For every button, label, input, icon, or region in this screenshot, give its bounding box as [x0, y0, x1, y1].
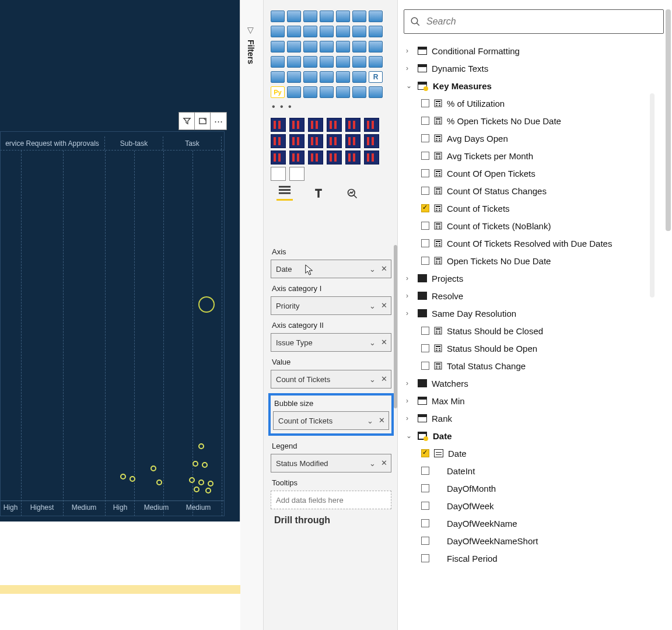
field-checkbox[interactable]: [421, 449, 429, 457]
field-node[interactable]: Count of Tickets: [404, 200, 664, 217]
field-node[interactable]: DayOfWeekNameShort: [404, 532, 664, 550]
chevron-icon[interactable]: ›: [406, 379, 413, 387]
custom-visual-icon[interactable]: [308, 134, 323, 148]
remove-field-icon[interactable]: ✕: [379, 416, 385, 425]
viz-type-icon[interactable]: [369, 26, 383, 37]
custom-visual-icon[interactable]: [345, 150, 360, 164]
chevron-down-icon[interactable]: ⌄: [369, 375, 376, 384]
report-canvas[interactable]: ⋯ ervice Request with Approvals Sub-task…: [0, 0, 240, 630]
viz-type-icon[interactable]: [271, 56, 285, 68]
chevron-down-icon[interactable]: ⌄: [369, 265, 376, 274]
viz-type-icon[interactable]: [303, 10, 317, 22]
field-checkbox[interactable]: [421, 362, 429, 370]
custom-visual-icon[interactable]: [308, 118, 323, 132]
field-checkbox[interactable]: [421, 467, 429, 475]
well-value-field[interactable]: Count of Tickets⌄✕: [271, 370, 391, 388]
viz-type-icon[interactable]: [320, 41, 334, 52]
viz-type-icon[interactable]: [271, 10, 285, 22]
custom-visual-icon[interactable]: [308, 150, 323, 164]
chart-selection-frame[interactable]: [0, 131, 225, 516]
viz-type-icon[interactable]: [303, 56, 317, 68]
scrollbar-thumb[interactable]: [666, 9, 671, 231]
viz-type-icon[interactable]: [352, 56, 366, 68]
viz-type-icon[interactable]: [336, 71, 350, 83]
field-checkbox[interactable]: [421, 554, 429, 562]
viz-type-icon[interactable]: [271, 41, 285, 52]
chevron-down-icon[interactable]: ⌄: [369, 338, 376, 347]
custom-visual-icon[interactable]: [289, 150, 304, 164]
viz-type-icon[interactable]: [352, 86, 366, 98]
field-node[interactable]: Status Should be Closed: [404, 322, 664, 340]
custom-visual-icon[interactable]: [364, 150, 379, 164]
table-node[interactable]: ›Dynamic Texts: [404, 60, 664, 77]
chevron-down-icon[interactable]: ⌄: [369, 459, 376, 468]
table-node[interactable]: ›Resolve: [404, 287, 664, 304]
viz-type-icon[interactable]: [336, 56, 350, 68]
field-node[interactable]: Date: [404, 444, 664, 462]
custom-visual-icon[interactable]: [327, 118, 342, 132]
visual-focus-icon[interactable]: [195, 113, 211, 130]
viz-type-icon[interactable]: [352, 71, 366, 83]
fields-tab-icon[interactable]: [276, 187, 293, 201]
viz-type-icon[interactable]: [287, 56, 301, 68]
field-checkbox[interactable]: [421, 519, 429, 527]
format-tab-icon[interactable]: [310, 187, 327, 201]
field-node[interactable]: Avg Days Open: [404, 130, 664, 147]
field-node[interactable]: DayOfWeekName: [404, 514, 664, 532]
well-legend[interactable]: Status Modified⌄✕: [271, 454, 391, 473]
viz-gallery-more-icon[interactable]: • • •: [272, 102, 391, 112]
field-checkbox[interactable]: [421, 344, 429, 352]
custom-visual-icon[interactable]: [364, 134, 379, 148]
field-checkbox[interactable]: [421, 257, 429, 265]
table-node[interactable]: ›Same Day Resolution: [404, 304, 664, 322]
chevron-icon[interactable]: ›: [406, 47, 413, 55]
viz-type-icon[interactable]: [336, 41, 350, 52]
chevron-icon[interactable]: ›: [406, 292, 413, 300]
field-checkbox[interactable]: [421, 222, 429, 230]
custom-visual-icon[interactable]: [345, 118, 360, 132]
field-node[interactable]: Count Of Status Changes: [404, 182, 664, 200]
well-tooltips[interactable]: Add data fields here: [271, 491, 391, 509]
field-checkbox[interactable]: [421, 239, 429, 247]
field-checkbox[interactable]: [421, 99, 429, 107]
viz-type-icon[interactable]: [336, 86, 350, 98]
viz-type-icon[interactable]: [369, 10, 383, 22]
custom-visual-icon[interactable]: [271, 134, 286, 148]
custom-visual-icon[interactable]: [289, 134, 304, 148]
viz-type-py-icon[interactable]: Py: [271, 86, 285, 98]
viz-type-icon[interactable]: [287, 86, 301, 98]
viz-type-icon[interactable]: [287, 26, 301, 37]
field-checkbox[interactable]: [421, 117, 429, 125]
chevron-icon[interactable]: ›: [406, 309, 413, 317]
viz-type-icon[interactable]: [320, 86, 334, 98]
filters-pane-collapsed[interactable]: ◁ Filters: [240, 0, 264, 630]
field-checkbox[interactable]: [421, 502, 429, 510]
field-node[interactable]: DayOfMonth: [404, 480, 664, 497]
field-checkbox[interactable]: [421, 152, 429, 160]
viz-type-icon[interactable]: [320, 56, 334, 68]
custom-visual-icon[interactable]: [271, 118, 286, 132]
custom-visual-icon[interactable]: [289, 167, 304, 181]
viz-type-icon[interactable]: [303, 71, 317, 83]
viz-type-icon[interactable]: [287, 41, 301, 52]
viz-type-icon[interactable]: [303, 41, 317, 52]
table-node[interactable]: ⌄Date: [404, 427, 664, 444]
field-node[interactable]: Total Status Change: [404, 357, 664, 374]
table-node[interactable]: ›Projects: [404, 270, 664, 287]
visual-more-icon[interactable]: ⋯: [211, 113, 226, 130]
viz-type-icon[interactable]: [369, 41, 383, 52]
search-input[interactable]: [426, 16, 657, 27]
scrollbar-thumb[interactable]: [394, 245, 397, 408]
well-axis-category-1[interactable]: Priority⌄✕: [271, 296, 391, 315]
field-node[interactable]: Count Of Tickets Resolved with Due Dates: [404, 235, 664, 252]
viz-type-icon[interactable]: [336, 10, 350, 22]
field-checkbox[interactable]: [421, 134, 429, 142]
field-node[interactable]: Count Of Open Tickets: [404, 164, 664, 182]
field-checkbox[interactable]: [421, 169, 429, 177]
table-node[interactable]: ›Max Min: [404, 392, 664, 410]
chevron-down-icon[interactable]: ⌄: [367, 416, 373, 425]
viz-type-icon[interactable]: [336, 26, 350, 37]
remove-field-icon[interactable]: ✕: [381, 374, 387, 383]
expand-filters-icon[interactable]: ◁: [245, 27, 254, 34]
field-checkbox[interactable]: [421, 187, 429, 195]
